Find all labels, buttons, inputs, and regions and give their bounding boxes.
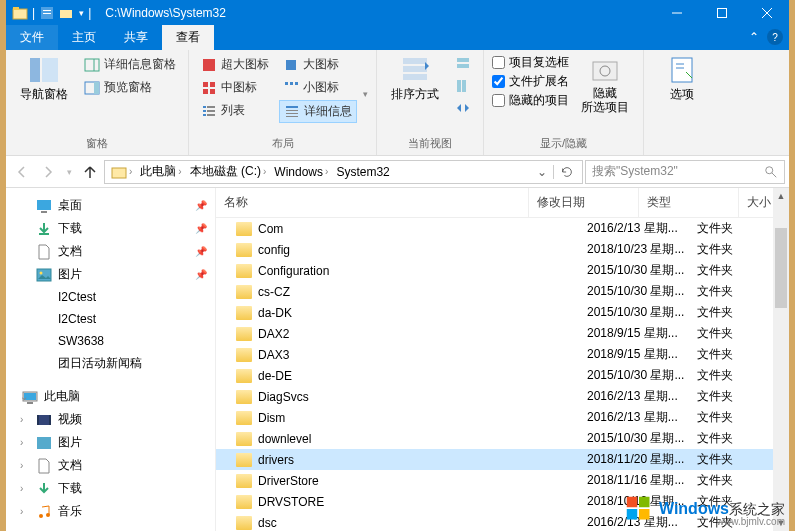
xl-icons-button[interactable]: 超大图标 [197, 54, 273, 75]
scroll-up-icon[interactable]: ▲ [773, 188, 789, 204]
pin-icon: 📌 [195, 269, 207, 280]
expand-icon[interactable]: ⌄ [20, 391, 28, 402]
sidebar-item-pictures[interactable]: 图片📌 [6, 263, 215, 286]
tab-view[interactable]: 查看 [162, 25, 214, 50]
hidden-items-checkbox[interactable]: 隐藏的项目 [492, 92, 569, 109]
preview-pane-button[interactable]: 预览窗格 [80, 77, 180, 98]
crumb-windows[interactable]: Windows› [270, 165, 332, 179]
size-columns-button[interactable] [451, 98, 475, 118]
add-columns-button[interactable] [451, 76, 475, 96]
expand-icon[interactable]: › [20, 437, 23, 448]
sidebar-item-sw3638[interactable]: SW3638 [6, 330, 215, 352]
file-row[interactable]: de-DE2015/10/30 星期...文件夹 [216, 365, 789, 386]
close-button[interactable] [744, 0, 789, 26]
sidebar-item-thispc[interactable]: ⌄此电脑 [6, 385, 215, 408]
expand-icon[interactable]: › [20, 414, 23, 425]
sidebar-item-i2ctest2[interactable]: I2Ctest [6, 308, 215, 330]
pin-icon: 📌 [195, 223, 207, 234]
search-input[interactable]: 搜索"System32" [585, 160, 785, 184]
file-row[interactable]: DiagSvcs2016/2/13 星期...文件夹 [216, 386, 789, 407]
svg-rect-64 [627, 509, 638, 520]
watermark-brand: Windows [659, 500, 729, 517]
file-rows[interactable]: Com2016/2/13 星期...文件夹config2018/10/23 星期… [216, 218, 789, 531]
svg-line-47 [772, 172, 776, 176]
up-button[interactable] [78, 160, 102, 184]
sidebar-item-documents2[interactable]: ›文档 [6, 454, 215, 477]
tab-file[interactable]: 文件 [6, 25, 58, 50]
file-row[interactable]: Com2016/2/13 星期...文件夹 [216, 218, 789, 239]
refresh-button[interactable] [553, 165, 580, 179]
sidebar-item-desktop[interactable]: 桌面📌 [6, 194, 215, 217]
file-row[interactable]: DAX22018/9/15 星期...文件夹 [216, 323, 789, 344]
sidebar-item-music[interactable]: ›音乐 [6, 500, 215, 523]
file-row[interactable]: downlevel2015/10/30 星期...文件夹 [216, 428, 789, 449]
file-row[interactable]: DAX32018/9/15 星期...文件夹 [216, 344, 789, 365]
crumb-drive[interactable]: 本地磁盘 (C:)› [186, 163, 271, 180]
file-row[interactable]: da-DK2015/10/30 星期...文件夹 [216, 302, 789, 323]
scroll-thumb[interactable] [775, 228, 787, 308]
music-icon [36, 504, 52, 520]
qat-dropdown-icon[interactable]: ▾ [79, 8, 84, 18]
sidebar-item-i2ctest[interactable]: I2Ctest [6, 286, 215, 308]
hide-selected-button[interactable]: 隐藏 所选项目 [575, 54, 635, 134]
options-button[interactable]: 选项 [652, 54, 712, 137]
folder-icon [236, 390, 252, 404]
folder-icon [36, 333, 52, 349]
file-row[interactable]: Configuration2015/10/30 星期...文件夹 [216, 260, 789, 281]
sort-button[interactable]: 排序方式 [385, 54, 445, 134]
svg-rect-40 [457, 80, 461, 92]
details-pane-button[interactable]: 详细信息窗格 [80, 54, 180, 75]
s-icons-button[interactable]: 小图标 [279, 77, 357, 98]
list-icon [201, 103, 217, 119]
sidebar-item-pictures2[interactable]: ›图片 [6, 431, 215, 454]
address-dropdown-icon[interactable]: ⌄ [531, 165, 553, 179]
crumb-thispc[interactable]: 此电脑› [136, 163, 185, 180]
sidebar-item-documents[interactable]: 文档📌 [6, 240, 215, 263]
properties-icon[interactable] [39, 5, 55, 21]
expand-icon[interactable]: › [20, 506, 23, 517]
item-checkboxes-checkbox[interactable]: 项目复选框 [492, 54, 569, 71]
folder-icon [236, 285, 252, 299]
sidebar-item-downloads2[interactable]: ›下载 [6, 477, 215, 500]
scrollbar[interactable]: ▲ ▼ [773, 188, 789, 531]
sidebar-item-videos[interactable]: ›视频 [6, 408, 215, 431]
file-extensions-checkbox[interactable]: 文件扩展名 [492, 73, 569, 90]
new-folder-icon[interactable] [59, 5, 75, 21]
column-date[interactable]: 修改日期 [529, 188, 639, 217]
navigation-pane[interactable]: 桌面📌 下载📌 文档📌 图片📌 I2Ctest I2Ctest SW3638 团… [6, 188, 216, 531]
tab-home[interactable]: 主页 [58, 25, 110, 50]
expand-icon[interactable]: › [20, 460, 23, 471]
collapse-ribbon-icon[interactable]: ⌃ [749, 30, 759, 44]
sidebar-item-activity[interactable]: 团日活动新闻稿 [6, 352, 215, 375]
minimize-button[interactable] [654, 0, 699, 26]
expand-icon[interactable]: › [20, 483, 23, 494]
file-row[interactable]: Dism2016/2/13 星期...文件夹 [216, 407, 789, 428]
maximize-button[interactable] [699, 0, 744, 26]
file-row[interactable]: cs-CZ2015/10/30 星期...文件夹 [216, 281, 789, 302]
recent-dropdown-icon[interactable]: ▾ [62, 160, 76, 184]
help-icon[interactable]: ? [767, 29, 783, 45]
file-row[interactable]: drivers2018/11/20 星期...文件夹 [216, 449, 789, 470]
address-bar[interactable]: › 此电脑› 本地磁盘 (C:)› Windows› System32 ⌄ [104, 160, 583, 184]
l-icons-button[interactable]: 大图标 [279, 54, 357, 75]
details-icon [284, 104, 300, 120]
nav-pane-button[interactable]: 导航窗格 [14, 54, 74, 103]
svg-rect-19 [203, 89, 208, 94]
m-icons-button[interactable]: 中图标 [197, 77, 273, 98]
list-button[interactable]: 列表 [197, 100, 273, 121]
details-button[interactable]: 详细信息 [279, 100, 357, 123]
group-by-button[interactable] [451, 54, 475, 74]
crumb-system32[interactable]: System32 [332, 165, 393, 179]
file-row[interactable]: DriverStore2018/11/16 星期...文件夹 [216, 470, 789, 491]
sidebar-item-downloads[interactable]: 下载📌 [6, 217, 215, 240]
file-row[interactable]: config2018/10/23 星期...文件夹 [216, 239, 789, 260]
forward-button[interactable] [36, 160, 60, 184]
s-icons-icon [283, 80, 299, 96]
tab-share[interactable]: 共享 [110, 25, 162, 50]
column-name[interactable]: 名称 [216, 188, 529, 217]
layout-more-icon[interactable]: ▾ [363, 89, 368, 99]
column-type[interactable]: 类型 [639, 188, 739, 217]
svg-rect-5 [60, 10, 72, 18]
svg-rect-30 [295, 82, 298, 85]
back-button[interactable] [10, 160, 34, 184]
